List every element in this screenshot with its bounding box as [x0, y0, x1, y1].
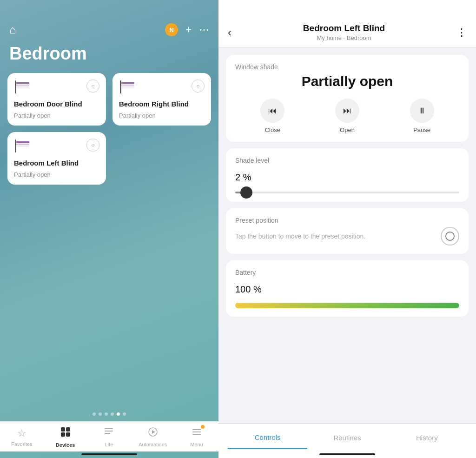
add-icon[interactable]: + — [185, 24, 192, 36]
shade-level-card: Shade level 2 % — [226, 148, 469, 202]
power-button-3[interactable]: ○ — [86, 139, 99, 152]
pause-button-group: ⏸ Pause — [410, 99, 434, 133]
open-button[interactable]: ⏭ — [335, 99, 359, 123]
tab-controls[interactable]: Controls — [228, 427, 307, 449]
power-button-1[interactable]: ○ — [86, 80, 99, 93]
device-card-door-blind[interactable]: ○ Bedroom Door Blind Partially open — [7, 73, 106, 126]
back-button[interactable]: ‹ — [228, 26, 231, 39]
power-button-2[interactable]: ○ — [192, 80, 205, 93]
close-button-group: ⏮ Close — [260, 99, 284, 133]
dot-4 — [111, 412, 114, 416]
shade-slider-track[interactable] — [235, 192, 459, 193]
menu-notif — [192, 427, 202, 440]
shade-level-label: Shade level — [235, 157, 459, 164]
nav-label-devices: Devices — [56, 442, 75, 448]
svg-rect-18 — [105, 433, 110, 434]
more-options-icon[interactable]: ⋯ — [199, 24, 209, 36]
blind-icon-2 — [119, 80, 139, 96]
battery-bar-track — [235, 303, 459, 308]
home-icon[interactable]: ⌂ — [9, 23, 16, 36]
close-label: Close — [265, 126, 280, 133]
pause-label: Pause — [413, 126, 430, 133]
tab-routines[interactable]: Routines — [307, 427, 387, 448]
svg-rect-9 — [16, 141, 29, 143]
battery-card: Battery 100 % — [226, 260, 469, 317]
device-name-3: Bedroom Left Blind — [14, 159, 99, 167]
battery-bar-fill — [235, 303, 459, 308]
battery-label: Battery — [235, 269, 459, 276]
bottom-tabs: Controls Routines History — [218, 424, 476, 451]
device-page-title: Bedroom Left Blind — [231, 23, 456, 33]
device-status-2: Partially open — [119, 112, 205, 119]
shade-level-unit: % — [240, 172, 251, 182]
right-panel: ‹ Bedroom Left Blind My home · Bedroom ⋮… — [218, 0, 476, 458]
svg-rect-4 — [120, 80, 121, 93]
nav-life[interactable]: Life — [95, 427, 123, 447]
nav-label-automations: Automations — [139, 442, 167, 447]
bottom-nav: ☆ Favorites Devices L — [0, 421, 218, 451]
svg-rect-23 — [192, 434, 201, 435]
detail-more-options-icon[interactable]: ⋮ — [456, 27, 467, 39]
tab-history[interactable]: History — [387, 427, 467, 448]
devices-grid: ○ Bedroom Door Blind Partially open ○ Be… — [0, 73, 218, 185]
header-right: N + ⋯ — [165, 23, 209, 36]
blind-icon — [14, 80, 34, 96]
nav-label-menu: Menu — [190, 442, 203, 447]
preset-card: Preset position Tap the button to move t… — [226, 208, 469, 254]
svg-rect-0 — [15, 80, 16, 93]
device-card-header-2: ○ — [119, 80, 205, 96]
life-icon — [104, 427, 114, 440]
device-status-3: Partially open — [14, 171, 99, 178]
room-title: Bedroom — [0, 40, 218, 73]
shade-level-number: 2 — [235, 172, 240, 182]
bottom-tabs-wrapper: Controls Routines History — [218, 423, 476, 458]
nav-devices[interactable]: Devices — [52, 426, 79, 448]
dot-1 — [93, 412, 96, 416]
close-button[interactable]: ⏮ — [260, 99, 284, 123]
right-header: ‹ Bedroom Left Blind My home · Bedroom ⋮ — [218, 0, 476, 47]
battery-value: 100 % — [235, 279, 459, 296]
dot-3 — [105, 412, 108, 416]
device-card-right-blind[interactable]: ○ Bedroom Right Blind Partially open — [112, 73, 211, 126]
device-card-left-blind[interactable]: ○ Bedroom Left Blind Partially open — [7, 132, 106, 185]
svg-rect-10 — [16, 144, 29, 145]
svg-rect-6 — [121, 85, 134, 86]
pause-button[interactable]: ⏸ — [410, 99, 434, 123]
dot-5-active — [117, 412, 120, 416]
device-card-header: ○ — [14, 80, 99, 96]
svg-rect-13 — [66, 427, 70, 431]
pause-icon: ⏸ — [418, 106, 426, 116]
close-icon: ⏮ — [268, 106, 277, 116]
left-panel: ⌂ N + ⋯ Bedroom ○ — [0, 0, 218, 458]
preset-description: Tap the button to move to the preset pos… — [235, 232, 441, 241]
preset-row: Tap the button to move to the preset pos… — [235, 227, 459, 246]
nav-label-favorites: Favorites — [11, 441, 32, 447]
svg-rect-14 — [61, 432, 65, 437]
preset-button[interactable] — [441, 227, 459, 246]
right-content: Window shade Partially open ⏮ Close ⏭ Op… — [218, 47, 476, 423]
battery-number: 100 — [235, 284, 251, 294]
right-header-center: Bedroom Left Blind My home · Bedroom — [231, 23, 456, 41]
open-button-group: ⏭ Open — [335, 99, 359, 133]
svg-rect-11 — [16, 146, 29, 146]
menu-orange-dot — [201, 425, 205, 429]
notification-button[interactable]: N — [165, 23, 178, 36]
nav-favorites[interactable]: ☆ Favorites — [8, 427, 36, 447]
nav-automations[interactable]: Automations — [139, 427, 167, 447]
devices-icon — [60, 426, 71, 440]
svg-marker-20 — [152, 430, 155, 434]
blind-icon-3 — [14, 139, 34, 155]
nav-menu[interactable]: Menu — [183, 427, 211, 447]
svg-rect-5 — [121, 82, 134, 84]
shade-slider-thumb[interactable] — [240, 186, 252, 199]
battery-unit: % — [251, 284, 261, 294]
svg-rect-7 — [121, 86, 134, 87]
pagination — [0, 412, 218, 421]
dot-2 — [99, 412, 102, 416]
svg-rect-17 — [105, 431, 113, 431]
device-card-header-3: ○ — [14, 139, 99, 155]
status-label: Window shade — [235, 63, 459, 71]
automations-icon — [148, 427, 158, 440]
svg-rect-1 — [16, 82, 29, 84]
shade-level-value: 2 % — [235, 167, 459, 184]
